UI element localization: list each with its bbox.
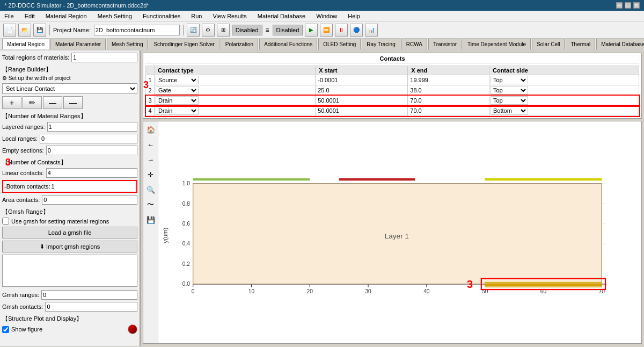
linear-contacts-row: Linear contacts: xyxy=(2,168,137,178)
gmsh-text-area[interactable] xyxy=(2,255,137,287)
play2-btn[interactable]: ⏩ xyxy=(320,24,333,37)
tab-material-region[interactable]: Material Region xyxy=(2,39,49,49)
menu-run[interactable]: Run xyxy=(189,12,204,20)
layered-ranges-input[interactable] xyxy=(47,122,138,132)
play-btn[interactable]: ▶ xyxy=(305,24,318,37)
menu-file[interactable]: File xyxy=(2,12,16,20)
save-chart-btn[interactable]: 💾 xyxy=(145,214,157,226)
svg-text:0: 0 xyxy=(192,288,195,294)
tab-transistor[interactable]: Transistor xyxy=(428,39,462,49)
row2-side: Top xyxy=(489,85,639,96)
maximize-btn[interactable]: □ xyxy=(625,2,631,9)
tab-mesh-setting[interactable]: Mesh Setting xyxy=(107,39,148,49)
chart-btn[interactable]: 📊 xyxy=(365,24,378,37)
open-btn[interactable]: 📂 xyxy=(18,24,31,37)
row3-xend: 70.0 xyxy=(408,96,489,106)
use-gmsh-row: Use gmsh for setting material regions xyxy=(2,218,137,225)
menu-material-database[interactable]: Material Database xyxy=(255,12,308,20)
disabled-btn-2[interactable]: Disabled xyxy=(273,25,303,35)
contacts-table: Contact type X start X end Contact side … xyxy=(145,66,639,116)
setup-width-link[interactable]: ⚙ Set up the width of project xyxy=(2,75,70,81)
row3-side: Top xyxy=(489,96,639,106)
menu-edit[interactable]: Edit xyxy=(23,12,37,20)
load-gmsh-btn[interactable]: Load a gmsh file xyxy=(2,227,137,238)
home-tool-btn[interactable]: 🏠 xyxy=(145,124,157,135)
stop-btn[interactable]: ⏸ xyxy=(335,24,348,37)
load-gmsh-label: Load a gmsh file xyxy=(48,229,92,236)
set-linear-contact-select[interactable]: Set Linear Contact xyxy=(2,83,137,94)
menu-window[interactable]: Window xyxy=(314,12,339,20)
row1-type-select[interactable]: Source xyxy=(156,76,199,84)
tab-solar-cell[interactable]: Solar Cell xyxy=(532,39,565,49)
row3-type-select[interactable]: Drain xyxy=(156,96,199,105)
annotation-3-chart: 3 xyxy=(467,278,473,290)
row1-side-select[interactable]: Top xyxy=(491,76,528,84)
gmsh-ranges-input[interactable] xyxy=(41,290,137,300)
grid-btn[interactable]: ⊞ xyxy=(217,24,230,37)
back-tool-btn[interactable]: ← xyxy=(145,139,157,150)
menu-mesh-setting[interactable]: Mesh Setting xyxy=(96,12,134,20)
menu-view-results[interactable]: View Results xyxy=(210,12,248,20)
run-btn[interactable]: 🔵 xyxy=(350,24,363,37)
tab-oled[interactable]: OLED Setting xyxy=(318,39,361,49)
tab-time-dependent[interactable]: Time Dependent Module xyxy=(463,39,531,49)
edit-btn[interactable]: ✏ xyxy=(23,96,42,109)
row3-side-select[interactable]: Top xyxy=(491,96,528,105)
remove2-btn[interactable]: — xyxy=(63,96,83,109)
tab-additional[interactable]: Additional Functions xyxy=(259,39,317,49)
disabled-btn-1[interactable]: Disabled xyxy=(232,25,262,35)
tab-ray-tracing[interactable]: Ray Tracing xyxy=(362,39,400,49)
new-btn[interactable]: 📄 xyxy=(3,24,16,37)
settings-btn[interactable]: ⚙ xyxy=(202,24,215,37)
row2-type-select[interactable]: Gate xyxy=(156,86,199,95)
tab-thermal[interactable]: Thermal xyxy=(566,39,595,49)
local-ranges-input[interactable] xyxy=(40,134,137,143)
forward-tool-btn[interactable]: → xyxy=(145,154,157,165)
tab-schrodinger[interactable]: Schrodinger Eigen Solver xyxy=(149,39,219,49)
row4-xstart: 50.0001 xyxy=(316,106,408,116)
gmsh-contacts-input[interactable] xyxy=(45,302,137,312)
window-controls[interactable]: — □ ✕ xyxy=(616,2,640,9)
menu-help[interactable]: Help xyxy=(346,12,362,20)
linear-contacts-input[interactable] xyxy=(46,168,137,178)
row4-num: 4 xyxy=(146,106,155,116)
refresh-btn[interactable]: 🔄 xyxy=(187,24,200,37)
save-btn[interactable]: 💾 xyxy=(33,24,46,37)
add-btn[interactable]: + xyxy=(2,96,21,109)
tab-rcwa[interactable]: RCWA xyxy=(401,39,427,49)
tab-material-db[interactable]: Material Database xyxy=(596,39,644,49)
gmsh-range-header: 【Gmsh Range】 xyxy=(2,208,137,216)
tab-polarization[interactable]: Polarization xyxy=(221,39,258,49)
tab-material-parameter[interactable]: Material Parameter xyxy=(50,39,106,49)
row2-side-select[interactable]: Top xyxy=(491,86,528,95)
row4-type-select[interactable]: Drain xyxy=(156,106,199,115)
show-figure-checkbox[interactable] xyxy=(2,326,9,333)
remove-btn[interactable]: — xyxy=(43,96,62,109)
minimize-btn[interactable]: — xyxy=(616,2,623,9)
empty-sections-input[interactable] xyxy=(46,146,137,155)
total-regions-input[interactable] xyxy=(71,53,137,62)
row4-side-select[interactable]: Bottom xyxy=(491,106,528,115)
row3-xstart: 50.0001 xyxy=(316,96,408,106)
project-name-input[interactable] xyxy=(94,25,180,35)
import-gmsh-btn[interactable]: ⬇ Import gmsh regions xyxy=(2,241,137,252)
chart-area: 🏠 ← → ✛ 🔍 〜 💾 y(um) 0.0 xyxy=(143,121,642,344)
menu-material-region[interactable]: Material Region xyxy=(43,12,89,20)
curve-tool-btn[interactable]: 〜 xyxy=(145,199,157,211)
bottom-contacts-input[interactable] xyxy=(50,182,135,191)
chart-svg: y(um) 0.0 0.2 0.4 0.6 xyxy=(163,126,637,339)
close-btn[interactable]: ✕ xyxy=(633,2,640,9)
menu-functionalities[interactable]: Functionalities xyxy=(141,12,182,20)
area-contacts-input[interactable] xyxy=(42,195,137,205)
toolbar: 📄 📂 💾 Project Name: 🔄 ⚙ ⊞ Disabled ≡ Dis… xyxy=(0,21,644,39)
pan-tool-btn[interactable]: ✛ xyxy=(145,169,157,180)
col-side: Contact side xyxy=(489,66,639,75)
tab-bar: Material Region Material Parameter Mesh … xyxy=(0,39,644,50)
row3-type: Drain xyxy=(155,96,316,106)
title-text: * 2D-DDCC Simulator - 2D_bottomcontactnu… xyxy=(4,2,149,9)
zoom-tool-btn[interactable]: 🔍 xyxy=(145,184,157,196)
contacts-area: Contacts Contact type X start X end Cont… xyxy=(143,53,642,119)
empty-sections-row: Empty sections: xyxy=(2,146,137,155)
col-xstart: X start xyxy=(316,66,408,75)
use-gmsh-checkbox[interactable] xyxy=(2,218,9,225)
